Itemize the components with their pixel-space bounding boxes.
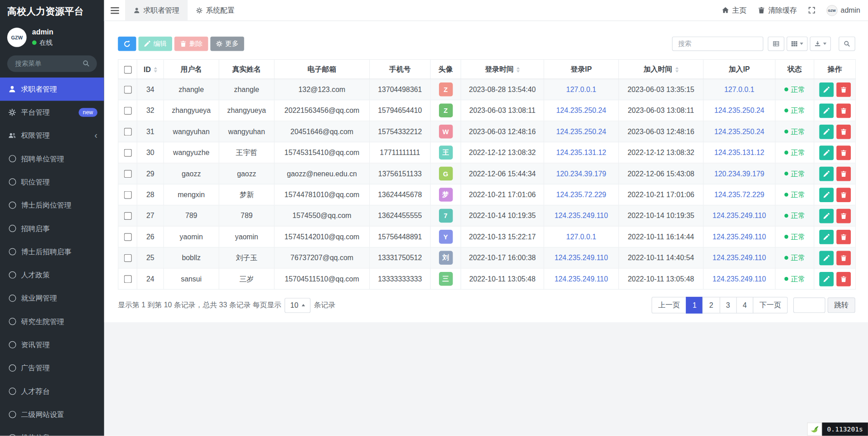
- edit-button[interactable]: 编辑: [138, 37, 172, 51]
- row-checkbox[interactable]: [124, 86, 131, 94]
- login-ip-link[interactable]: 127.0.0.1: [566, 85, 596, 93]
- join-ip-link[interactable]: 124.235.249.110: [713, 233, 766, 241]
- login-ip-link[interactable]: 127.0.0.1: [566, 233, 596, 241]
- sidebar-item[interactable]: 招聘启事: [0, 217, 104, 240]
- export-button[interactable]: [810, 37, 831, 51]
- sidebar-item[interactable]: 二级网站设置: [0, 403, 104, 426]
- sidebar-item[interactable]: 职位管理: [0, 170, 104, 194]
- next-page-button[interactable]: 下一页: [753, 297, 788, 314]
- select-all-checkbox[interactable]: [124, 66, 131, 73]
- join-ip-link[interactable]: 124.235.249.110: [713, 254, 766, 262]
- join-ip-link[interactable]: 124.235.72.229: [714, 190, 764, 199]
- row-delete-button[interactable]: [836, 82, 851, 97]
- row-delete-button[interactable]: [836, 271, 851, 286]
- login-ip-link[interactable]: 120.234.39.179: [556, 170, 606, 178]
- row-delete-button[interactable]: [836, 166, 851, 181]
- row-delete-button[interactable]: [836, 208, 851, 223]
- delete-button[interactable]: 删除: [174, 37, 208, 51]
- join-ip-link[interactable]: 120.234.39.179: [714, 170, 764, 178]
- prev-page-button[interactable]: 上一页: [651, 297, 686, 314]
- refresh-button[interactable]: [118, 37, 136, 51]
- sidebar-item[interactable]: 权限管理‹: [0, 124, 104, 147]
- row-edit-button[interactable]: [819, 82, 834, 97]
- trash-icon: [840, 191, 847, 198]
- page-button-2[interactable]: 2: [703, 297, 720, 314]
- cell-select: [118, 205, 137, 226]
- page-button-4[interactable]: 4: [736, 297, 753, 314]
- page-size-dropdown[interactable]: 10: [285, 298, 311, 313]
- row-edit-button[interactable]: [819, 251, 834, 265]
- sidebar-item[interactable]: 研究生院管理: [0, 310, 104, 333]
- row-checkbox[interactable]: [124, 233, 131, 241]
- row-checkbox[interactable]: [124, 254, 131, 262]
- row-delete-button[interactable]: [836, 124, 851, 139]
- login-ip-link[interactable]: 124.235.250.24: [556, 107, 606, 115]
- join-ip-link[interactable]: 127.0.0.1: [724, 85, 754, 93]
- column-header[interactable]: 加入时间: [618, 59, 703, 79]
- sidebar-item[interactable]: 招聘单位管理: [0, 147, 104, 170]
- row-delete-button[interactable]: [836, 188, 851, 202]
- login-ip-link[interactable]: 124.235.249.110: [555, 212, 608, 220]
- sidebar-item[interactable]: 就业网管理: [0, 286, 104, 310]
- more-button[interactable]: 更多: [210, 37, 244, 51]
- column-header[interactable]: ID: [137, 59, 164, 79]
- view-toggle-button[interactable]: [768, 37, 785, 51]
- row-checkbox[interactable]: [124, 212, 131, 220]
- row-edit-button[interactable]: [819, 145, 834, 160]
- tab-job-seeker-management[interactable]: 求职者管理: [125, 0, 188, 20]
- sidebar-item[interactable]: 机构信息: [0, 426, 104, 436]
- join-ip-link[interactable]: 124.235.250.24: [714, 107, 764, 115]
- login-ip-link[interactable]: 124.235.249.110: [555, 254, 608, 262]
- join-ip-link[interactable]: 124.235.249.110: [713, 212, 766, 220]
- search-toggle-button[interactable]: [839, 37, 855, 51]
- login-ip-link[interactable]: 124.235.72.229: [556, 190, 606, 199]
- row-delete-button[interactable]: [836, 103, 851, 118]
- sidebar-toggle-button[interactable]: [104, 0, 125, 20]
- sidebar-item[interactable]: 人才政策: [0, 263, 104, 286]
- page-button-1[interactable]: 1: [686, 297, 703, 314]
- sidebar-item[interactable]: 资讯管理: [0, 333, 104, 356]
- sidebar-item[interactable]: 平台管理new: [0, 101, 104, 124]
- page-jump-button[interactable]: 跳转: [828, 297, 855, 313]
- join-ip-link[interactable]: 124.235.131.12: [714, 148, 764, 156]
- row-edit-button[interactable]: [819, 103, 834, 118]
- columns-button[interactable]: [786, 37, 807, 51]
- sidebar-item[interactable]: 求职者管理: [0, 78, 104, 101]
- debug-trace-badge[interactable]: 0.113201s: [807, 422, 868, 436]
- row-checkbox[interactable]: [124, 170, 131, 178]
- sidebar-item-label: 二级网站设置: [21, 410, 64, 420]
- sidebar-item[interactable]: 广告管理: [0, 356, 104, 379]
- tab-system-config[interactable]: 系统配置: [188, 0, 243, 20]
- row-checkbox[interactable]: [124, 276, 131, 283]
- login-ip-link[interactable]: 124.235.131.12: [556, 148, 606, 156]
- join-ip-link[interactable]: 124.235.249.110: [713, 275, 766, 283]
- row-delete-button[interactable]: [836, 145, 851, 160]
- login-ip-link[interactable]: 124.235.250.24: [556, 127, 606, 136]
- row-edit-button[interactable]: [819, 124, 834, 139]
- join-ip-link[interactable]: 124.235.250.24: [714, 127, 764, 136]
- page-jump-input[interactable]: [793, 297, 825, 313]
- row-edit-button[interactable]: [819, 188, 834, 202]
- sidebar-item[interactable]: 博士后招聘启事: [0, 240, 104, 263]
- table-search-input[interactable]: [672, 37, 763, 51]
- clear-cache-button[interactable]: 清除缓存: [757, 5, 797, 15]
- row-edit-button[interactable]: [819, 166, 834, 181]
- row-delete-button[interactable]: [836, 229, 851, 244]
- column-header[interactable]: 登录时间: [461, 59, 544, 79]
- sidebar-item[interactable]: 人才荐台: [0, 380, 104, 403]
- sidebar: 高校人力资源平台 GZW admin 在线 求职者管理平台管理new权限管理‹招…: [0, 0, 104, 436]
- user-menu[interactable]: GZW admin: [826, 5, 860, 15]
- row-checkbox[interactable]: [124, 128, 131, 136]
- row-edit-button[interactable]: [819, 229, 834, 244]
- row-delete-button[interactable]: [836, 251, 851, 265]
- row-edit-button[interactable]: [819, 208, 834, 223]
- row-checkbox[interactable]: [124, 149, 131, 157]
- home-button[interactable]: 主页: [722, 5, 747, 15]
- sidebar-item[interactable]: 博士后岗位管理: [0, 194, 104, 217]
- row-checkbox[interactable]: [124, 107, 131, 115]
- row-edit-button[interactable]: [819, 271, 834, 286]
- page-button-3[interactable]: 3: [719, 297, 737, 314]
- fullscreen-button[interactable]: [808, 7, 815, 14]
- login-ip-link[interactable]: 124.235.249.110: [555, 275, 608, 283]
- row-checkbox[interactable]: [124, 191, 131, 199]
